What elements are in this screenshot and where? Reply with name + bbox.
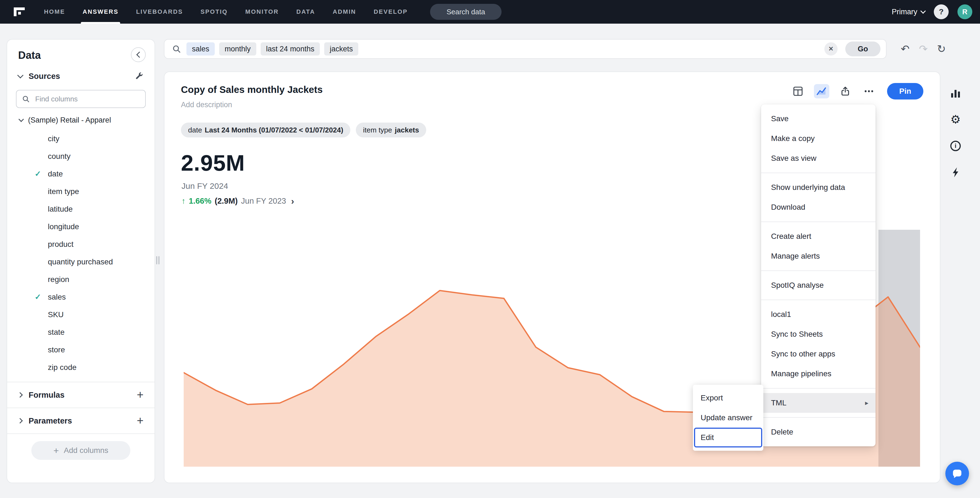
- column-label: county: [48, 152, 71, 160]
- share-button[interactable]: [838, 84, 853, 98]
- add-formula-button[interactable]: +: [137, 389, 143, 401]
- search-token-monthly[interactable]: monthly: [219, 42, 256, 56]
- column-item[interactable]: ✓date: [7, 165, 154, 183]
- column-item[interactable]: ✓product: [7, 236, 154, 253]
- settings-button[interactable]: ⚙: [948, 112, 963, 127]
- column-item[interactable]: ✓region: [7, 271, 154, 288]
- add-description[interactable]: Add description: [181, 101, 232, 109]
- add-columns-label: Add columns: [64, 446, 108, 455]
- menu-item-local1[interactable]: local1: [761, 305, 875, 324]
- column-item[interactable]: ✓latitude: [7, 200, 154, 218]
- formulas-label: Formulas: [29, 390, 65, 400]
- kpi-change[interactable]: ↑ 1.66% (2.9M) Jun FY 2023 ›: [181, 196, 294, 206]
- table-view-button[interactable]: [790, 84, 806, 98]
- filter-value: Last 24 Months (01/07/2022 < 01/07/2024): [205, 126, 344, 135]
- nav-item-data[interactable]: DATA: [288, 0, 324, 24]
- search-tokens: sales monthly last 24 months jackets: [186, 42, 358, 56]
- menu-item-sync-to-other-apps[interactable]: Sync to other apps: [761, 344, 875, 364]
- search-token-jackets[interactable]: jackets: [324, 42, 358, 56]
- column-item[interactable]: ✓longitude: [7, 218, 154, 236]
- nav-item-monitor[interactable]: MONITOR: [237, 0, 288, 24]
- column-item[interactable]: ✓quantity purchased: [7, 253, 154, 271]
- help-button[interactable]: ?: [934, 5, 949, 19]
- search-token-sales[interactable]: sales: [186, 42, 215, 56]
- column-item[interactable]: ✓state: [7, 324, 154, 341]
- column-item[interactable]: ✓item type: [7, 183, 154, 200]
- submenu-item-update-answer[interactable]: Update answer: [693, 408, 763, 428]
- chart-view-button[interactable]: [814, 84, 829, 98]
- add-parameter-button[interactable]: +: [137, 415, 143, 427]
- column-item[interactable]: ✓store: [7, 341, 154, 358]
- more-actions-button[interactable]: [861, 84, 877, 98]
- answer-title[interactable]: Copy of Sales monthly Jackets: [181, 84, 323, 95]
- nav-item-answers[interactable]: ANSWERS: [74, 0, 127, 24]
- menu-item-sync-to-sheets[interactable]: Sync to Sheets: [761, 324, 875, 344]
- menu-item-label: SpotIQ analyse: [771, 281, 824, 289]
- nav-item-home[interactable]: HOME: [35, 0, 74, 24]
- user-avatar[interactable]: R: [958, 5, 972, 19]
- undo-button[interactable]: ↶: [901, 44, 910, 54]
- search-bar[interactable]: sales monthly last 24 months jackets ✕ G…: [164, 39, 886, 59]
- column-label: store: [48, 346, 65, 354]
- menu-item-spotiq-analyse[interactable]: SpotIQ analyse: [761, 275, 875, 295]
- formulas-section[interactable]: Formulas +: [7, 382, 154, 408]
- menu-item-manage-alerts[interactable]: Manage alerts: [761, 246, 875, 266]
- org-switcher[interactable]: Primary: [892, 8, 925, 16]
- add-columns-button[interactable]: + Add columns: [31, 441, 130, 460]
- nav-item-spotiq[interactable]: SPOTIQ: [192, 0, 237, 24]
- nav-item-liveboards[interactable]: LIVEBOARDS: [127, 0, 192, 24]
- chart-config-button[interactable]: [948, 86, 963, 101]
- go-button[interactable]: Go: [845, 41, 880, 56]
- sources-header[interactable]: Sources: [7, 67, 154, 86]
- redo-button[interactable]: ↷: [919, 44, 928, 54]
- menu-item-label: Save: [771, 114, 789, 123]
- nav-item-admin[interactable]: ADMIN: [324, 0, 365, 24]
- dataset-header[interactable]: (Sample) Retail - Apparel: [7, 111, 154, 129]
- chat-widget-button[interactable]: [945, 462, 969, 485]
- column-item[interactable]: ✓county: [7, 147, 154, 165]
- search-token-last-24-months[interactable]: last 24 months: [261, 42, 320, 56]
- info-button[interactable]: i: [948, 138, 963, 153]
- menu-item-save[interactable]: Save: [761, 109, 875, 128]
- column-item[interactable]: ✓zip code: [7, 358, 154, 376]
- spotiq-insights-button[interactable]: [948, 165, 963, 180]
- menu-item-manage-pipelines[interactable]: Manage pipelines: [761, 364, 875, 384]
- panel-resize-handle[interactable]: [156, 256, 159, 264]
- search-icon: [22, 95, 30, 103]
- find-columns-box[interactable]: [16, 90, 146, 108]
- collapse-panel-button[interactable]: [131, 47, 146, 62]
- menu-item-tml[interactable]: TML ▸: [761, 393, 875, 413]
- menu-item-label: Save as view: [771, 154, 816, 162]
- menu-item-label: TML: [771, 398, 786, 407]
- plus-icon: +: [53, 446, 59, 455]
- submenu-item-edit[interactable]: Edit: [694, 428, 762, 447]
- menu-item-download[interactable]: Download: [761, 197, 875, 217]
- column-item[interactable]: ✓sales: [7, 288, 154, 306]
- filter-chip-item-type[interactable]: item type jackets: [356, 122, 426, 137]
- column-item[interactable]: ✓SKU: [7, 306, 154, 324]
- menu-item-delete[interactable]: Delete: [761, 422, 875, 442]
- pin-button[interactable]: Pin: [887, 83, 923, 100]
- parameters-section[interactable]: Parameters +: [7, 408, 154, 433]
- menu-item-show-underlying-data[interactable]: Show underlying data: [761, 178, 875, 197]
- wrench-icon[interactable]: [135, 72, 143, 80]
- submenu-arrow-icon: ▸: [865, 393, 869, 413]
- data-panel: Data Sources (Sample) Retail - Apparel ✓…: [6, 39, 155, 483]
- submenu-item-export[interactable]: Export: [693, 388, 763, 408]
- find-columns-input[interactable]: [34, 94, 140, 104]
- column-item[interactable]: ✓city: [7, 130, 154, 147]
- menu-item-make-a-copy[interactable]: Make a copy: [761, 128, 875, 148]
- chevron-left-icon: [137, 52, 143, 58]
- sources-label: Sources: [29, 72, 60, 81]
- clear-search-button[interactable]: ✕: [824, 42, 838, 56]
- search-data-button[interactable]: Search data: [430, 4, 501, 20]
- reset-button[interactable]: ↻: [937, 44, 946, 54]
- thoughtspot-logo-icon[interactable]: [0, 6, 35, 18]
- menu-divider: [761, 222, 875, 222]
- filter-chip-date[interactable]: date Last 24 Months (01/07/2022 < 01/07/…: [181, 122, 350, 137]
- menu-item-save-as-view[interactable]: Save as view: [761, 148, 875, 168]
- menu-divider: [761, 300, 875, 300]
- menu-item-create-alert[interactable]: Create alert: [761, 227, 875, 246]
- nav-item-develop[interactable]: DEVELOP: [365, 0, 416, 24]
- answer-toolbar: Pin: [790, 83, 923, 100]
